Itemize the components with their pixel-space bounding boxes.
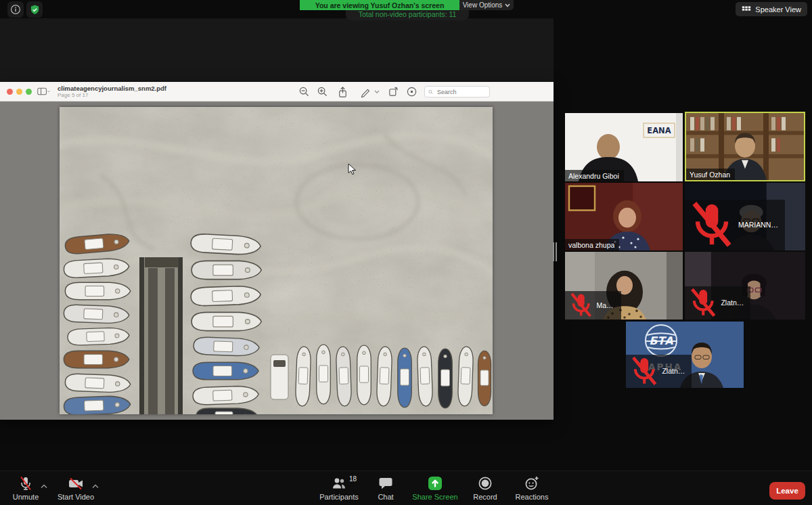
highlight-icon <box>406 86 418 97</box>
video-tile-valbona-zhupa[interactable]: valbona zhupa <box>565 183 683 250</box>
shared-screen-area: climateagencyjournalism_snm2.pdf Page 5 … <box>0 18 554 420</box>
muted-mic-icon <box>629 356 659 386</box>
video-tile-zlatna-kostova-bta[interactable]: БТА ВАРНА Zlatna Kostova <box>626 322 744 388</box>
video-options-caret[interactable] <box>92 479 99 491</box>
zoom-out-button[interactable] <box>298 85 311 98</box>
export-icon <box>337 86 348 98</box>
chevron-down-icon <box>374 90 380 94</box>
zoom-in-icon <box>317 86 328 97</box>
window-zoom-button[interactable] <box>26 89 32 95</box>
info-icon <box>10 4 21 15</box>
markup-dropdown-button[interactable] <box>373 85 381 98</box>
highlight-button[interactable] <box>405 85 418 98</box>
video-tile-zlatna-kostova[interactable]: Zlatna Kostova <box>685 252 805 320</box>
pdf-search-field[interactable] <box>424 86 490 97</box>
viewing-screen-banner: You are viewing Yusuf Ozhan's screen <box>300 0 459 10</box>
search-icon <box>428 89 433 95</box>
participant-name-label: Yusuf Ozhan <box>686 169 735 180</box>
meeting-controls-bar: Unmute Start Video <box>0 470 812 505</box>
video-tile-manja-grcic[interactable]: Manja Grcic <box>565 252 683 320</box>
video-off-icon <box>67 475 85 491</box>
security-button[interactable] <box>26 1 43 18</box>
pier <box>139 257 183 414</box>
pdf-page-photo-marina-mucilage <box>60 107 493 414</box>
eana-logo-text: EANA <box>647 126 671 135</box>
participant-name-label: Zlatna Kostova <box>626 355 692 388</box>
speaker-view-icon <box>742 5 751 14</box>
leave-button[interactable]: Leave <box>769 482 805 500</box>
sidebar-icon <box>38 88 47 95</box>
share-export-button[interactable] <box>336 85 349 98</box>
window-minimize-button[interactable] <box>16 89 22 95</box>
video-tile-marianna-mela[interactable]: MARIANNA MELA-VOU... <box>685 183 805 250</box>
chat-icon <box>378 475 394 491</box>
zoom-out-icon <box>298 86 310 97</box>
participant-name-label: valbona zhupa <box>565 239 619 250</box>
markup-pen-icon <box>360 86 371 97</box>
zoom-in-button[interactable] <box>316 85 329 98</box>
participant-name-label: MARIANNA MELA-VOU... <box>685 200 785 250</box>
speaker-view-button[interactable]: Speaker View <box>736 2 807 16</box>
muted-mic-icon <box>688 201 736 248</box>
window-close-button[interactable] <box>7 89 13 95</box>
video-tile-yusuf-ozhan-active-speaker[interactable]: Yusuf Ozhan <box>685 112 805 181</box>
markup-button[interactable] <box>359 85 372 98</box>
pdf-preview-window: climateagencyjournalism_snm2.pdf Page 5 … <box>0 82 554 420</box>
share-screen-icon <box>427 475 443 491</box>
bta-logo-text: БТА <box>649 334 673 347</box>
pdf-page-indicator: Page 5 of 17 <box>58 92 88 98</box>
rotate-icon <box>388 86 399 97</box>
view-options-button[interactable]: View Options <box>459 0 514 10</box>
participants-icon <box>330 475 348 491</box>
pdf-filename: climateagencyjournalism_snm2.pdf <box>58 85 166 92</box>
rotate-button[interactable] <box>387 85 400 98</box>
search-input[interactable] <box>436 88 486 96</box>
reactions-button[interactable]: Reactions <box>501 475 562 501</box>
top-bar: Total non-video participants: 11 You are… <box>0 0 812 18</box>
chevron-down-icon <box>505 3 510 7</box>
picture-frame <box>569 186 595 211</box>
record-icon <box>477 475 493 491</box>
pdf-toolbar: climateagencyjournalism_snm2.pdf Page 5 … <box>0 82 554 102</box>
security-shield-icon <box>29 4 41 16</box>
reactions-icon <box>524 475 540 491</box>
muted-mic-icon <box>568 292 593 317</box>
video-tile-alexandru-giboi[interactable]: EANA Alexandru Giboi <box>565 113 683 181</box>
meeting-info-button[interactable] <box>7 1 24 18</box>
participant-name-label: Alexandru Giboi <box>565 170 624 181</box>
zoom-meeting-window: Total non-video participants: 11 You are… <box>0 0 812 505</box>
sidebar-toggle-button[interactable] <box>37 85 50 98</box>
sidebar-resize-handle[interactable] <box>553 242 558 264</box>
muted-mic-large-icon <box>18 475 34 491</box>
participant-name-label: Zlatna Kostova <box>685 286 750 320</box>
participant-name-label: Manja Grcic <box>565 291 621 320</box>
muted-mic-icon <box>688 288 718 317</box>
